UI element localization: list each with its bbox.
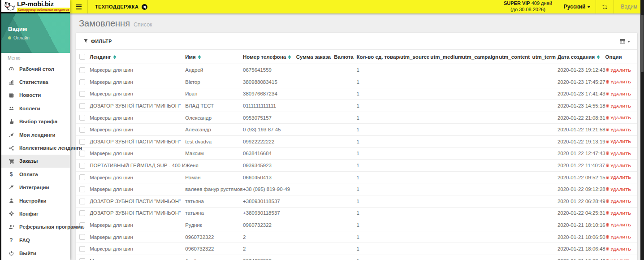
cell-options: УДАЛИТЬ: [605, 88, 637, 100]
cell-order_sum: [296, 76, 334, 88]
sidebar-item-orders[interactable]: Заказы: [1, 155, 70, 168]
delete-button[interactable]: УДАЛИТЬ: [605, 127, 631, 132]
row-checkbox[interactable]: [79, 127, 85, 133]
row-checkbox[interactable]: [79, 79, 85, 85]
orders-table-header-row: ЛендингИмяНомер телефонаСумма заказаВалю…: [76, 50, 637, 64]
cell-utm_source: [400, 147, 430, 160]
cell-phone: 2: [243, 231, 296, 243]
sidebar-item-config[interactable]: Конфиг: [1, 207, 70, 220]
row-checkbox[interactable]: [79, 210, 85, 216]
vertical-scrollbar[interactable]: [640, 0, 644, 260]
cell-qty: 1: [356, 147, 400, 160]
sidebar-item-settings[interactable]: Настройки: [1, 194, 70, 207]
cell-options: УДАЛИТЬ: [605, 207, 637, 219]
delete-button[interactable]: УДАЛИТЬ: [605, 163, 631, 168]
cell-utm_term: [532, 136, 558, 148]
cell-utm_content: [499, 64, 532, 76]
cell-qty: 1: [356, 195, 400, 208]
sidebar-item-referral[interactable]: Реферальная программа: [1, 221, 70, 234]
row-checkbox[interactable]: [79, 151, 85, 156]
cell-options: УДАЛИТЬ: [605, 147, 637, 160]
support-button[interactable]: ТЕХПОДДЕРЖКА: [87, 0, 155, 13]
language-selector[interactable]: Русский: [558, 0, 596, 13]
sidebar-item-news[interactable]: Новости: [1, 89, 70, 102]
filter-button[interactable]: ФИЛЬТР: [83, 39, 112, 44]
row-checkbox[interactable]: [79, 258, 85, 260]
sidebar-item-dashboard[interactable]: Рабочий стол: [1, 62, 70, 75]
delete-button[interactable]: УДАЛИТЬ: [605, 116, 631, 121]
delete-button[interactable]: УДАЛИТЬ: [605, 151, 631, 156]
row-checkbox[interactable]: [79, 174, 85, 180]
sidebar-item-logout[interactable]: Выйти: [1, 247, 70, 260]
cell-utm_medium: [430, 147, 462, 160]
delete-button[interactable]: УДАЛИТЬ: [605, 68, 631, 73]
column-header-landing[interactable]: Лендинг: [90, 50, 185, 64]
delete-button[interactable]: УДАЛИТЬ: [605, 223, 631, 228]
column-header-name[interactable]: Имя: [185, 50, 243, 64]
column-header-currency: Валюта: [334, 50, 356, 64]
delete-button[interactable]: УДАЛИТЬ: [605, 175, 631, 180]
table-row: Маркеры для шинРудник096073232212020-01-…: [76, 219, 637, 231]
sidebar-item-integrations[interactable]: Интеграции: [1, 181, 70, 194]
cell-currency: [334, 147, 356, 160]
user-panel: Вадим Онлайн: [1, 13, 70, 53]
row-checkbox[interactable]: [79, 91, 85, 97]
row-checkbox[interactable]: [79, 199, 85, 204]
cell-currency: [334, 112, 356, 124]
scrollbar-thumb[interactable]: [641, 15, 644, 72]
columns-toggle-button[interactable]: [619, 38, 630, 44]
delete-button[interactable]: УДАЛИТЬ: [605, 211, 631, 216]
refresh-button[interactable]: [596, 0, 614, 13]
cell-utm_term: [532, 219, 558, 231]
cell-utm_campaign: [462, 124, 499, 136]
cell-utm_source: [400, 112, 430, 124]
sidebar-item-colleagues[interactable]: Коллеги: [1, 102, 70, 115]
delete-button[interactable]: УДАЛИТЬ: [605, 187, 631, 192]
delete-button[interactable]: УДАЛИТЬ: [605, 80, 631, 85]
delete-button[interactable]: УДАЛИТЬ: [605, 104, 631, 108]
cell-order_sum: [296, 100, 334, 112]
cell-name: Роман: [185, 171, 243, 183]
delete-button[interactable]: УДАЛИТЬ: [605, 235, 631, 240]
stats-icon: [8, 79, 15, 85]
row-checkbox[interactable]: [79, 103, 85, 109]
hamburger-menu-button[interactable]: [70, 0, 87, 13]
sidebar-item-faq[interactable]: ?FAQ: [1, 234, 70, 247]
select-all-checkbox[interactable]: [79, 54, 85, 60]
topbar-username[interactable]: Вадим: [614, 0, 644, 13]
delete-button[interactable]: УДАЛИТЬ: [605, 91, 631, 96]
row-checkbox[interactable]: [79, 115, 85, 121]
table-row: ДОЗАТОР ЗУБНОЇ ПАСТИ "МИНЬОН"test dvadva…: [76, 136, 637, 148]
sidebar-item-payment[interactable]: $Оплата: [1, 168, 70, 181]
sidebar-item-tariff[interactable]: Выбор тарифа: [1, 115, 70, 128]
column-header-utm_content: utm_content: [499, 50, 532, 64]
cell-utm_medium: [430, 219, 462, 231]
cell-utm_content: [499, 243, 532, 255]
trash-icon: [605, 187, 609, 192]
cell-qty: 1: [356, 231, 400, 243]
language-label: Русский: [564, 4, 586, 10]
cell-created: 2020-01-22 09:52:15: [558, 171, 605, 183]
delete-button[interactable]: УДАЛИТЬ: [605, 247, 631, 251]
row-checkbox[interactable]: [79, 234, 85, 240]
sort-icon: [597, 55, 600, 60]
cell-utm_term: [532, 64, 558, 76]
row-checkbox[interactable]: [79, 246, 85, 252]
sidebar-item-collective[interactable]: Коллективные лендинги: [1, 141, 70, 154]
delete-button[interactable]: УДАЛИТЬ: [605, 199, 631, 204]
cell-qty: 1: [356, 255, 400, 260]
cell-options: УДАЛИТЬ: [605, 171, 637, 183]
brand-logo[interactable]: LP-mobi.biz Конструктор мобильных лендин…: [1, 0, 70, 13]
sidebar-item-stats[interactable]: Статистика: [1, 75, 70, 88]
column-header-utm_medium: utm_medium: [430, 50, 462, 64]
column-header-created[interactable]: Дата создания: [558, 50, 605, 64]
row-checkbox[interactable]: [79, 139, 85, 145]
delete-button[interactable]: УДАЛИТЬ: [605, 139, 631, 144]
row-checkbox[interactable]: [79, 163, 85, 169]
cell-name: 0960732322: [185, 231, 243, 243]
cell-phone: 0111111111111: [243, 100, 296, 112]
column-header-phone[interactable]: Номер телефона: [243, 50, 296, 64]
row-checkbox[interactable]: [79, 186, 85, 192]
sidebar-item-my-landings[interactable]: Мои лендинги: [1, 128, 70, 141]
row-checkbox[interactable]: [79, 67, 85, 73]
